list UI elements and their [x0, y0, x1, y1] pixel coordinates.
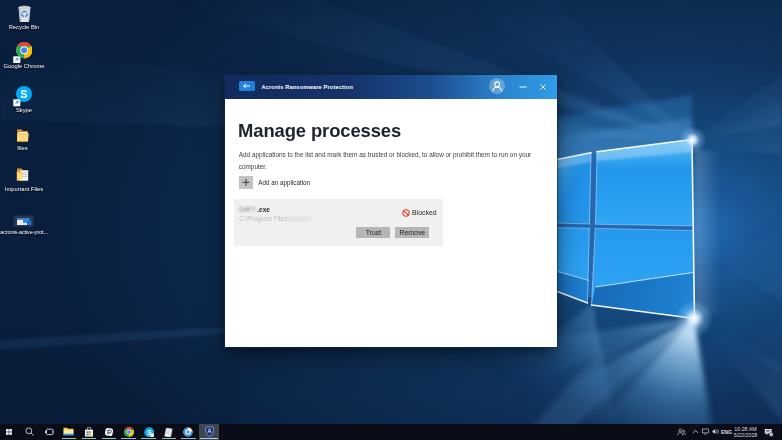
svg-text:S: S [20, 88, 27, 100]
svg-text:5: 5 [770, 432, 772, 436]
